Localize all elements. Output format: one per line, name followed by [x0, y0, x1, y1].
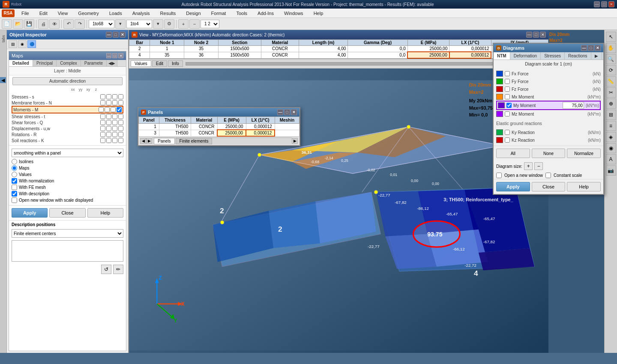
- tool-display[interactable]: ◉: [606, 143, 616, 153]
- new-button[interactable]: 📄: [2, 19, 12, 29]
- stresses-yy[interactable]: [106, 94, 111, 99]
- fx-checkbox[interactable]: [505, 71, 510, 76]
- view-maximize[interactable]: □: [533, 32, 539, 38]
- panels-tab-fe[interactable]: Finite elements: [176, 138, 213, 144]
- maximize-button[interactable]: □: [601, 1, 607, 7]
- diag-tab-ntm[interactable]: NTM: [494, 52, 510, 60]
- normalization-cb[interactable]: [12, 178, 17, 184]
- auto-direction-button[interactable]: Automatic direction: [12, 77, 123, 85]
- kz-checkbox[interactable]: [505, 137, 510, 143]
- panels-scroll-right[interactable]: ▶: [292, 138, 298, 144]
- diag-tab-arrow[interactable]: ▶: [591, 52, 602, 60]
- shear-stress-xy[interactable]: [112, 114, 117, 119]
- inspector-apply-button[interactable]: Apply: [12, 208, 48, 218]
- combo-selection2[interactable]: 1to4: [126, 20, 152, 28]
- diag-tab-reactions[interactable]: Reactions: [565, 52, 591, 60]
- filter-button[interactable]: ⚙: [164, 19, 174, 29]
- diag-const-scale-cb[interactable]: [545, 173, 551, 178]
- radio-values-input[interactable]: [12, 172, 17, 177]
- tab-info[interactable]: Info: [168, 60, 183, 67]
- soil-z[interactable]: [118, 138, 123, 143]
- horizontal-scroll[interactable]: [186, 62, 545, 66]
- diag-help-button[interactable]: Help: [567, 182, 601, 191]
- tool-layers[interactable]: ≡: [606, 121, 616, 131]
- tool-section[interactable]: ✂: [606, 87, 616, 98]
- inspector-minimize[interactable]: —: [106, 32, 112, 38]
- menu-loads[interactable]: Loads: [106, 10, 126, 17]
- displacements-yy[interactable]: [106, 126, 111, 131]
- tab-principal[interactable]: Principal: [33, 60, 57, 66]
- menu-results[interactable]: Results: [157, 10, 180, 17]
- moments-xx[interactable]: [99, 107, 104, 112]
- diag-close-button[interactable]: Close: [532, 182, 566, 191]
- close-button[interactable]: ✕: [608, 1, 614, 7]
- tool-snap[interactable]: ⊕: [606, 98, 616, 109]
- diag-size-minus[interactable]: −: [534, 162, 543, 170]
- view-close[interactable]: ✕: [540, 32, 546, 38]
- tool-screenshot[interactable]: 📷: [606, 165, 616, 176]
- shear-forces-yy[interactable]: [106, 120, 111, 125]
- desc-icon-btn-1[interactable]: ↺: [101, 265, 111, 274]
- mx-checkbox[interactable]: [505, 94, 510, 99]
- displacements-xy[interactable]: [112, 126, 117, 131]
- menu-view[interactable]: View: [54, 10, 72, 17]
- diagrams-close-btn[interactable]: ✕: [595, 45, 601, 51]
- viewport[interactable]: 2 93.75 4 2 3; TH500; Reinforcement_ty: [129, 69, 548, 353]
- rotations-xx[interactable]: [100, 132, 105, 137]
- membrane-xx[interactable]: [100, 100, 105, 105]
- inspector-tool-1[interactable]: ▤: [9, 40, 17, 48]
- diag-tab-stresses[interactable]: Stresses: [541, 52, 565, 60]
- menu-addins[interactable]: Add-Ins: [254, 10, 277, 17]
- my-checkbox[interactable]: [506, 103, 512, 108]
- tool-view3d[interactable]: ◈: [606, 132, 616, 142]
- print-button[interactable]: 🖨: [38, 19, 48, 29]
- select-btn2[interactable]: ▾: [153, 19, 163, 29]
- panels-minimize[interactable]: —: [277, 109, 283, 115]
- radio-isolines-input[interactable]: [12, 159, 17, 164]
- menu-tools[interactable]: Tools: [233, 10, 251, 17]
- description-cb[interactable]: [12, 191, 17, 197]
- menu-analysis[interactable]: Analysis: [129, 10, 153, 17]
- stresses-xy[interactable]: [112, 94, 117, 99]
- desc-textarea[interactable]: [12, 240, 123, 262]
- desc-icon-btn-2[interactable]: ✏: [113, 265, 123, 274]
- shear-stress-xx[interactable]: [100, 114, 105, 119]
- mz-checkbox[interactable]: [505, 111, 510, 116]
- shear-forces-xx[interactable]: [100, 120, 105, 125]
- membrane-z[interactable]: [118, 100, 123, 105]
- tab-complex[interactable]: Complex: [57, 60, 81, 66]
- menu-geometry[interactable]: Geometry: [75, 10, 102, 17]
- moments-z[interactable]: [117, 107, 122, 112]
- displacements-z[interactable]: [118, 126, 123, 131]
- preview-button[interactable]: 👁: [49, 19, 60, 29]
- desc-combo[interactable]: Finite element centers: [12, 229, 123, 238]
- menu-file[interactable]: File: [18, 10, 33, 17]
- diagrams-minimize[interactable]: —: [581, 45, 587, 51]
- left-tab-label[interactable]: tabs: [0, 32, 6, 46]
- soil-xx[interactable]: [100, 138, 105, 143]
- combo-selection1[interactable]: 1to68: [89, 20, 114, 28]
- moments-yy[interactable]: [105, 107, 110, 112]
- my-value-input[interactable]: [563, 102, 584, 109]
- diagrams-maximize[interactable]: □: [588, 45, 594, 51]
- shear-forces-xy[interactable]: [112, 120, 117, 125]
- panels-tab-panels[interactable]: Panels: [154, 138, 175, 144]
- diag-none-button[interactable]: None: [532, 149, 566, 158]
- zoom-in[interactable]: +: [178, 19, 189, 29]
- diag-all-button[interactable]: All: [496, 149, 530, 158]
- rotations-z[interactable]: [118, 132, 123, 137]
- app-logo[interactable]: RSA: [2, 9, 15, 17]
- menu-edit[interactable]: Edit: [36, 10, 51, 17]
- redo-button[interactable]: ↷: [75, 19, 85, 29]
- membrane-yy[interactable]: [106, 100, 111, 105]
- view-minimize[interactable]: —: [526, 32, 532, 38]
- tool-rotate[interactable]: ⟳: [606, 65, 616, 75]
- menu-design[interactable]: Design: [183, 10, 204, 17]
- select-btn[interactable]: ▾: [115, 19, 126, 29]
- inspector-tool-3[interactable]: 🔵: [27, 40, 36, 48]
- menu-help[interactable]: Help: [310, 10, 327, 17]
- inspector-help-button[interactable]: Help: [87, 208, 123, 218]
- soil-xy[interactable]: [112, 138, 117, 143]
- tool-select[interactable]: ↖: [606, 32, 616, 42]
- panels-scroll-next[interactable]: ▶: [146, 138, 152, 144]
